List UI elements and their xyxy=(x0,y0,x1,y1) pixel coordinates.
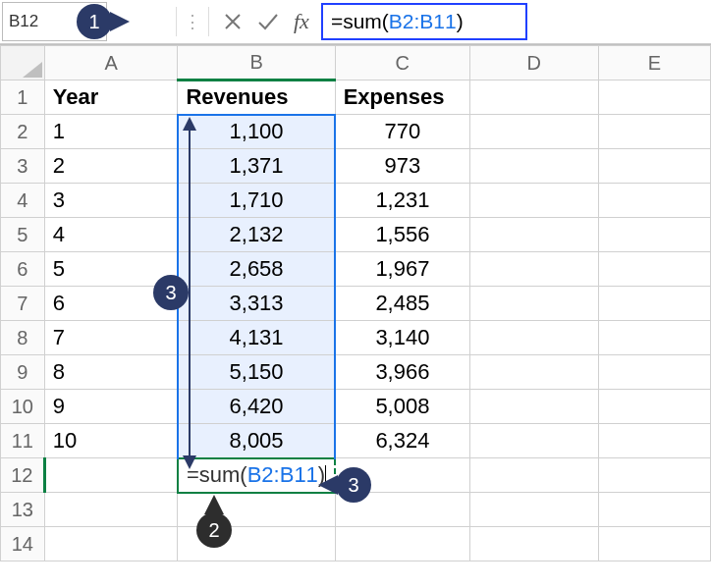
colhead-E[interactable]: E xyxy=(598,46,710,80)
cell-A13[interactable] xyxy=(44,493,178,527)
row-2: 2 1 1,100 770 xyxy=(1,115,711,149)
accept-button[interactable] xyxy=(250,4,286,39)
cell-D6[interactable] xyxy=(469,252,598,287)
cell-E4[interactable] xyxy=(598,184,710,218)
cell-D3[interactable] xyxy=(469,149,598,184)
cell-E5[interactable] xyxy=(598,218,710,252)
cell-C11[interactable]: 6,324 xyxy=(335,424,469,458)
cell-E10[interactable] xyxy=(598,390,710,424)
callout-3b-label: 3 xyxy=(348,474,358,497)
rowhead-10[interactable]: 10 xyxy=(1,390,45,424)
cell-A12[interactable] xyxy=(44,458,178,493)
rowhead-3[interactable]: 3 xyxy=(1,149,45,184)
cell-B8[interactable]: 4,131 xyxy=(178,321,335,355)
cell-C6[interactable]: 1,967 xyxy=(335,252,469,287)
cell-B10[interactable]: 6,420 xyxy=(178,390,335,424)
cell-D11[interactable] xyxy=(469,424,598,458)
cell-C8[interactable]: 3,140 xyxy=(335,321,469,355)
more-icon[interactable]: ⋮ xyxy=(183,11,202,32)
cell-B6[interactable]: 2,658 xyxy=(178,252,335,287)
row-3: 3 2 1,371 973 xyxy=(1,149,711,184)
colhead-B[interactable]: B xyxy=(178,46,335,80)
cell-C4[interactable]: 1,231 xyxy=(335,184,469,218)
fx-label[interactable]: fx xyxy=(286,9,317,34)
cell-A1[interactable]: Year xyxy=(44,80,178,115)
select-all-corner[interactable] xyxy=(1,46,45,80)
cell-A8[interactable]: 7 xyxy=(44,321,178,355)
cell-C14[interactable] xyxy=(335,527,469,561)
cell-D1[interactable] xyxy=(469,80,598,115)
cell-D5[interactable] xyxy=(469,218,598,252)
cell-C7[interactable]: 2,485 xyxy=(335,287,469,321)
cell-C10[interactable]: 5,008 xyxy=(335,390,469,424)
colhead-D[interactable]: D xyxy=(469,46,598,80)
cell-D14[interactable] xyxy=(469,527,598,561)
cell-B4[interactable]: 1,710 xyxy=(178,184,335,218)
rowhead-12[interactable]: 12 xyxy=(1,458,45,493)
row-4: 4 3 1,710 1,231 xyxy=(1,184,711,218)
cell-A5[interactable]: 4 xyxy=(44,218,178,252)
cell-E8[interactable] xyxy=(598,321,710,355)
rowhead-1[interactable]: 1 xyxy=(1,80,45,115)
rowhead-11[interactable]: 11 xyxy=(1,424,45,458)
cell-E3[interactable] xyxy=(598,149,710,184)
cell-E6[interactable] xyxy=(598,252,710,287)
cell-A3[interactable]: 2 xyxy=(44,149,178,184)
rowhead-5[interactable]: 5 xyxy=(1,218,45,252)
cell-B9[interactable]: 5,150 xyxy=(178,355,335,390)
cell-E13[interactable] xyxy=(598,493,710,527)
cell-D7[interactable] xyxy=(469,287,598,321)
cell-B2[interactable]: 1,100 xyxy=(178,115,335,149)
rowhead-2[interactable]: 2 xyxy=(1,115,45,149)
cell-E7[interactable] xyxy=(598,287,710,321)
cell-E11[interactable] xyxy=(598,424,710,458)
cell-E2[interactable] xyxy=(598,115,710,149)
colhead-C[interactable]: C xyxy=(335,46,469,80)
formula-input[interactable]: =sum(B2:B11) xyxy=(321,3,527,40)
cell-B12-active[interactable]: =sum(B2:B11) xyxy=(178,458,335,493)
close-icon xyxy=(223,12,243,31)
row-6: 6 5 2,658 1,967 xyxy=(1,252,711,287)
row-1: 1 Year Revenues Expenses xyxy=(1,80,711,115)
cell-C1[interactable]: Expenses xyxy=(335,80,469,115)
rowhead-8[interactable]: 8 xyxy=(1,321,45,355)
cell-D12[interactable] xyxy=(469,458,598,493)
cell-C3[interactable]: 973 xyxy=(335,149,469,184)
separator xyxy=(176,7,177,36)
cell-A14[interactable] xyxy=(44,527,178,561)
rowhead-7[interactable]: 7 xyxy=(1,287,45,321)
cell-C9[interactable]: 3,966 xyxy=(335,355,469,390)
rowhead-13[interactable]: 13 xyxy=(1,493,45,527)
colhead-A[interactable]: A xyxy=(44,46,178,80)
cell-A10[interactable]: 9 xyxy=(44,390,178,424)
cell-B3[interactable]: 1,371 xyxy=(178,149,335,184)
cell-D8[interactable] xyxy=(469,321,598,355)
cell-D2[interactable] xyxy=(469,115,598,149)
cell-C5[interactable]: 1,556 xyxy=(335,218,469,252)
rowhead-14[interactable]: 14 xyxy=(1,527,45,561)
cell-B7[interactable]: 3,313 xyxy=(178,287,335,321)
cell-A4[interactable]: 3 xyxy=(44,184,178,218)
cell-E9[interactable] xyxy=(598,355,710,390)
cell-A9[interactable]: 8 xyxy=(44,355,178,390)
cell-E1[interactable] xyxy=(598,80,710,115)
cell-A11[interactable]: 10 xyxy=(44,424,178,458)
cell-C2[interactable]: 770 xyxy=(335,115,469,149)
rowhead-9[interactable]: 9 xyxy=(1,355,45,390)
row-7: 7 6 3,313 2,485 xyxy=(1,287,711,321)
rowhead-4[interactable]: 4 xyxy=(1,184,45,218)
cancel-button[interactable] xyxy=(215,4,250,39)
cell-A2[interactable]: 1 xyxy=(44,115,178,149)
cell-E14[interactable] xyxy=(598,527,710,561)
cell-E12[interactable] xyxy=(598,458,710,493)
cell-D4[interactable] xyxy=(469,184,598,218)
row-5: 5 4 2,132 1,556 xyxy=(1,218,711,252)
rowhead-6[interactable]: 6 xyxy=(1,252,45,287)
row-11: 11 10 8,005 6,324 xyxy=(1,424,711,458)
cell-D13[interactable] xyxy=(469,493,598,527)
cell-B11[interactable]: 8,005 xyxy=(178,424,335,458)
cell-D10[interactable] xyxy=(469,390,598,424)
cell-D9[interactable] xyxy=(469,355,598,390)
cell-B5[interactable]: 2,132 xyxy=(178,218,335,252)
cell-B1[interactable]: Revenues xyxy=(178,80,335,115)
